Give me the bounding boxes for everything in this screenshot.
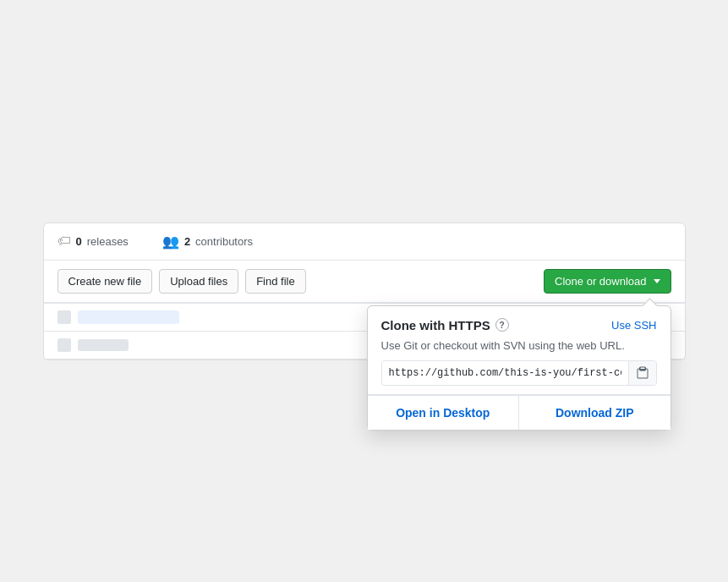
releases-count: 0 [76,235,82,248]
dropdown-actions: Open in Desktop Download ZIP [368,395,671,430]
clone-url-input[interactable] [382,362,628,384]
open-in-desktop-button[interactable]: Open in Desktop [368,396,520,430]
dropdown-title-text: Clone with HTTPS [381,318,490,332]
download-zip-button[interactable]: Download ZIP [519,396,671,430]
contributors-stat: 👥 2 contributors [162,233,253,250]
file-name-placeholder [78,310,179,324]
releases-stat: 🏷 0 releases [57,233,129,249]
file-icon [57,310,71,324]
tag-icon: 🏷 [57,233,71,249]
contributors-count: 2 [184,235,190,248]
contributors-icon: 👥 [162,233,179,250]
clone-or-download-label: Clone or download [555,275,646,288]
clone-dropdown-panel: Clone with HTTPS ? Use SSH Use Git or ch… [367,305,671,431]
use-ssh-link[interactable]: Use SSH [611,319,656,332]
find-file-button[interactable]: Find file [245,269,306,294]
dropdown-header: Clone with HTTPS ? Use SSH Use Git or ch… [368,306,671,395]
clone-or-download-button[interactable]: Clone or download [544,269,671,294]
stats-row: 🏷 0 releases 👥 2 contributors [44,223,685,261]
dropdown-title-row: Clone with HTTPS ? Use SSH [381,318,657,332]
copy-url-button[interactable] [628,361,656,385]
url-row [381,360,657,386]
help-icon[interactable]: ? [495,318,509,332]
chevron-down-icon [654,279,660,283]
repository-card: 🏷 0 releases 👥 2 contributors Create new… [43,222,686,360]
releases-label: releases [87,235,129,248]
file-icon [57,338,71,352]
contributors-label: contributors [195,235,253,248]
toolbar-row: Create new file Upload files Find file C… [44,261,685,303]
dropdown-subtitle: Use Git or checkout with SVN using the w… [381,339,657,352]
create-new-file-button[interactable]: Create new file [57,269,153,294]
upload-files-button[interactable]: Upload files [159,269,238,294]
clipboard-icon [636,366,649,380]
dropdown-title: Clone with HTTPS ? [381,318,509,332]
file-name-placeholder [78,339,129,351]
